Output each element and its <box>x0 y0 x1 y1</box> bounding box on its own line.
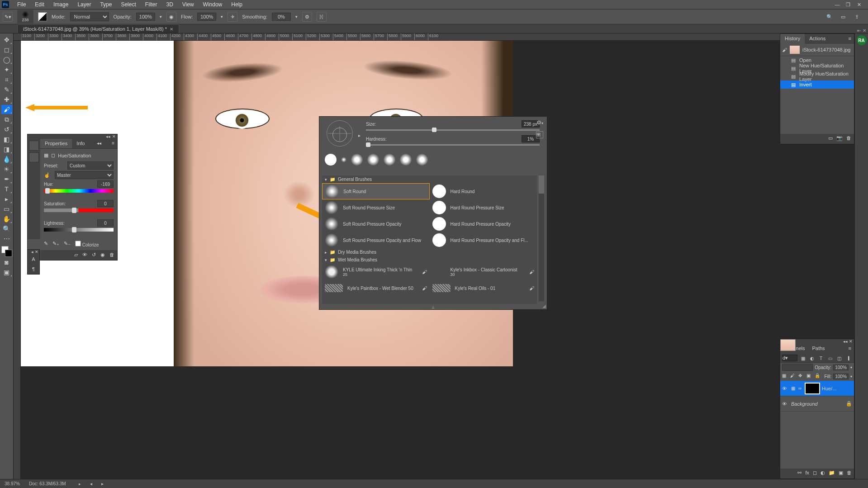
corner-resize-handle[interactable]: ◢ <box>542 303 546 308</box>
brush-quick-preset[interactable] <box>351 154 363 166</box>
pen-tool[interactable]: ✒ <box>1 175 12 184</box>
brush-quick-preset[interactable] <box>400 154 412 166</box>
layer-fill-input[interactable] <box>833 374 849 379</box>
brush-item[interactable]: Kyle's Inkbox - Classic Cartoonist30🖌 <box>430 264 537 280</box>
history-tab[interactable]: History <box>780 34 805 44</box>
lock-all-icon[interactable]: 🔒 <box>815 373 821 379</box>
hue-input[interactable] <box>97 180 114 188</box>
layer-fx-icon[interactable]: fx <box>805 470 809 477</box>
edit-toolbar[interactable]: ⋯ <box>1 234 12 243</box>
reset-icon[interactable]: ↺ <box>92 252 96 258</box>
collapse-icon[interactable]: ◂ <box>31 250 33 254</box>
share-icon[interactable]: ⇪ <box>852 12 862 22</box>
filter-smart-icon[interactable]: ◫ <box>835 355 843 362</box>
clip-icon[interactable]: ▱ <box>74 252 78 258</box>
close-tab-icon[interactable]: ✕ <box>170 27 173 32</box>
layer-name[interactable]: Background <box>791 401 818 407</box>
panel-menu-icon[interactable]: ≡ <box>109 139 117 148</box>
brush-item[interactable]: Kyle's Paintbox - Wet Blender 50🖌 <box>322 280 430 296</box>
doc-size-readout[interactable]: Doc: 63.3M/63.3M <box>29 481 66 486</box>
zoom-tool[interactable]: 🔍 <box>1 224 12 233</box>
eyedropper-icon[interactable]: ✎ <box>44 241 48 247</box>
dodge-tool[interactable]: ☀ <box>1 165 12 174</box>
layer-row-huesat[interactable]: 👁 ▦ ∞ Hue/... <box>780 381 854 396</box>
lasso-tool[interactable]: ◯ <box>1 55 12 64</box>
filter-shape-icon[interactable]: ▭ <box>826 355 834 362</box>
layer-thumb[interactable] <box>780 339 796 351</box>
brush-tool[interactable]: 🖌 <box>1 105 12 114</box>
brush-scrollbar[interactable] <box>539 175 544 301</box>
vertical-ruler[interactable] <box>14 41 21 479</box>
menu-window[interactable]: Window <box>199 0 227 9</box>
menu-select[interactable]: Select <box>116 0 140 9</box>
shape-tool[interactable]: ▭ <box>1 204 12 213</box>
preset-select[interactable]: Custom <box>67 161 114 170</box>
paragraph-panel-icon[interactable]: ¶ <box>28 264 39 274</box>
lightness-slider[interactable] <box>44 228 114 236</box>
window-close-button[interactable]: ✕ <box>854 1 863 8</box>
toggle-visibility-icon[interactable]: ◉ <box>100 252 105 258</box>
crop-tool[interactable]: ⌗ <box>1 75 12 84</box>
path-select-tool[interactable]: ▸ <box>1 194 12 204</box>
layer-opacity-input[interactable] <box>833 365 849 370</box>
snapshot-icon[interactable]: ▭ <box>828 135 833 142</box>
lock-transparency-icon[interactable]: ▦ <box>782 373 788 379</box>
close-icon[interactable]: ✕ <box>849 339 853 344</box>
adjustments-shortcut-icon[interactable] <box>29 141 39 151</box>
brush-folder-dry[interactable]: ▸📁Dry Media Brushes <box>322 248 537 256</box>
visibility-icon[interactable]: 👁 <box>782 401 789 407</box>
smoothing-input[interactable] <box>272 13 291 21</box>
actions-tab[interactable]: Actions <box>805 34 830 44</box>
blur-tool[interactable]: 💧 <box>1 155 12 164</box>
layer-name[interactable]: Hue/... <box>822 386 836 391</box>
eyedropper-minus-icon[interactable]: ✎₋ <box>64 241 71 247</box>
camera-icon[interactable]: 📷 <box>836 135 843 142</box>
blend-mode-select[interactable]: Normal <box>70 12 109 21</box>
menu-layer[interactable]: Layer <box>73 0 95 9</box>
trash-icon[interactable]: 🗑 <box>846 135 851 142</box>
hue-slider[interactable] <box>44 189 114 197</box>
quickmask-toggle[interactable]: ◙ <box>1 258 12 267</box>
brush-item[interactable]: Kyle's Real Oils - 01🖌 <box>430 280 537 296</box>
move-tool[interactable]: ✥ <box>1 35 12 44</box>
lock-artboard-icon[interactable]: ▣ <box>806 373 813 379</box>
filter-type-icon[interactable]: T <box>817 355 825 362</box>
marquee-tool[interactable]: ◻ <box>1 45 12 54</box>
history-row[interactable]: ▤Modify Hue/Saturation Layer <box>780 72 854 81</box>
user-badge[interactable]: RA <box>857 35 867 45</box>
layer-filter-select[interactable]: d▾ <box>782 355 797 361</box>
nav-left-icon[interactable]: ◂ <box>90 481 92 486</box>
saturation-slider[interactable] <box>44 208 114 217</box>
panel-menu-icon[interactable]: ≡ <box>846 344 854 354</box>
brush-quick-preset[interactable] <box>384 154 395 166</box>
panel-resize-handle[interactable]: ▵ <box>432 304 434 309</box>
hardness-slider[interactable] <box>366 144 540 146</box>
size-slider[interactable] <box>366 129 540 131</box>
search-icon[interactable]: 🔍 <box>825 12 835 22</box>
hand-tool[interactable]: ✋ <box>1 214 12 223</box>
targeted-adjust-icon[interactable]: ☝ <box>44 172 53 178</box>
menu-file[interactable]: File <box>13 0 30 9</box>
airbrush-icon[interactable]: ✈ <box>228 12 237 22</box>
clone-tool[interactable]: ⧉ <box>1 115 12 124</box>
new-group-icon[interactable]: 📁 <box>829 470 835 477</box>
view-previous-icon[interactable]: 👁 <box>82 252 87 258</box>
quick-select-tool[interactable]: ✦ <box>1 65 12 74</box>
panel-collapse-icon[interactable]: ◂◂ <box>94 139 104 148</box>
close-panel-group-icon[interactable]: ✕ <box>863 28 866 33</box>
document-tab[interactable]: iStock-614737048.jpg @ 39% (Hue/Saturati… <box>17 24 179 33</box>
healing-tool[interactable]: ✚ <box>1 95 12 104</box>
brush-item[interactable]: Soft Round Pressure Size <box>322 199 430 216</box>
brush-item[interactable]: Soft Round Pressure Opacity <box>322 216 430 232</box>
new-adjustment-icon[interactable]: ◐ <box>821 470 825 477</box>
eraser-tool[interactable]: ◧ <box>1 135 12 144</box>
trash-icon[interactable]: 🗑 <box>847 470 852 477</box>
brush-folder-wet[interactable]: ▾📁Wet Media Brushes <box>322 256 537 264</box>
opacity-input[interactable] <box>136 13 155 21</box>
symmetry-icon[interactable]: ᛞ <box>317 12 327 22</box>
collapse-icon[interactable]: ◂◂ <box>843 339 848 344</box>
brush-item[interactable]: Soft Round Pressure Opacity and Flow <box>322 232 430 248</box>
zoom-readout[interactable]: 38.97% <box>5 481 20 486</box>
visibility-icon[interactable]: 👁 <box>782 386 789 391</box>
menu-3d[interactable]: 3D <box>161 0 177 9</box>
